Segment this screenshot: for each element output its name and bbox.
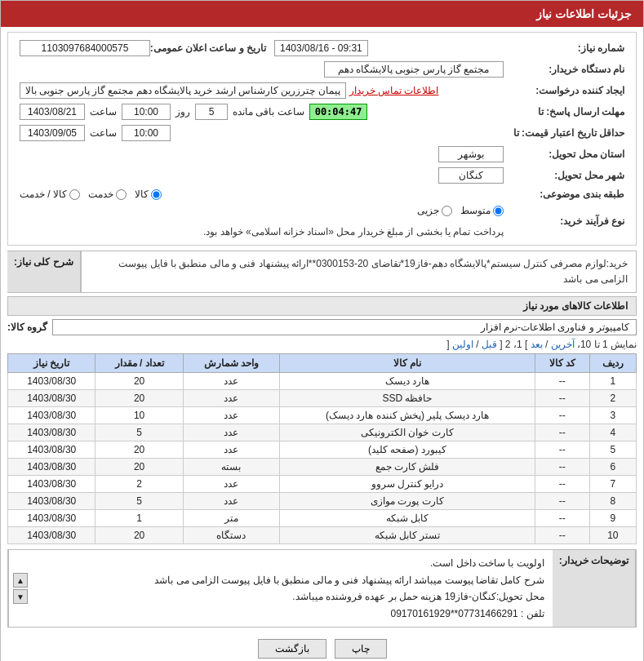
scroll-up-btn[interactable]: ▲ [13,573,28,588]
paging-sep3: / [473,339,479,350]
paging-end: [ [446,339,449,350]
narration-text: خرید:لوازم مصرفی کنترل سیستم*پالایشگاه د… [81,251,637,293]
notes-label: توضیحات خریدار: [553,550,636,627]
col-vahed: واحد شمارش [183,354,279,373]
cell-tarikh: 1403/08/30 [8,476,95,493]
cell-radif: 2 [589,390,636,407]
cell-vahed: متر [183,510,279,527]
tabaqe-radio-group: کالا / خدمت خدمت کالا [20,189,504,200]
tabaqe-kala-khidmat-label: کالا / خدمت [20,189,67,200]
paging-sep1: / [543,339,549,350]
cell-code: -- [535,373,590,390]
group-value: کامپیوتر و فناوری اطلاعات-نرم افزار [52,319,637,335]
tarikh-rooz-label: روز [175,106,190,118]
cell-tedad: 20 [95,390,183,407]
row-shahr: شهر محل تحویل: کنگان [15,165,629,186]
col-tedad: تعداد / مقدار [95,354,183,373]
shahr-value: کنگان [15,165,509,186]
cell-name: تستر کابل شبکه [279,527,535,544]
paging-sep2: ] 1، 2 [ [497,339,527,350]
cell-radif: 5 [589,441,636,459]
row-dastgah: نام دستگاه خریدار: مجتمع گاز پارس جنوبی … [15,59,629,80]
dastgah-value: مجتمع گاز پارس جنوبی پالایشگاه دهم [15,59,509,80]
col-name: نام کالا [279,354,535,373]
items-section-title: اطلاعات کالاهای مورد نیاز [7,296,637,316]
tabaqe-khidmat-label: خدمت [88,189,113,200]
cell-code: -- [535,510,590,527]
cell-vahed: عدد [183,373,279,390]
tarikh-date: 1403/08/21 [20,104,85,120]
paging-last[interactable]: آخرین [551,339,575,350]
cell-radif: 9 [589,510,636,527]
cell-tedad: 5 [95,424,183,441]
cell-tedad: 2 [95,476,183,493]
tabaqe-kala-khidmat-radio[interactable] [69,189,80,200]
cell-vahed: عدد [183,390,279,407]
cell-radif: 3 [589,407,636,424]
cell-name: کیبورد (صفحه کلید) [279,441,535,459]
tarikh-rooz: 5 [195,104,228,120]
paging-next[interactable]: بعد [531,339,543,350]
table-row: 6--فلش کارت جمعبسته201403/08/30 [8,459,637,476]
process-motavaset-radio[interactable] [493,206,504,216]
process-motavaset: متوسط [460,205,504,216]
deadline-label: حداقل تاریخ اعتبار قیمت: تا [509,122,629,144]
back-button[interactable]: بازگشت [258,639,326,659]
col-radif: ردیف [589,354,636,373]
cell-tarikh: 1403/08/30 [8,493,95,510]
tabaqe-value: کالا / خدمت خدمت کالا [15,186,509,202]
tabaqe-kala-radio[interactable] [151,189,162,200]
notes-box: ▲ ▼ اولویت با ساخت داخل است.شرح کامل تقا… [7,549,637,628]
info-section: شماره نیاز: 1103097684000575 تاریخ و ساع… [7,32,637,246]
narration-label: شرح کلی نیاز: [7,251,81,293]
shomara-input: 1103097684000575 [20,40,150,56]
cell-code: -- [535,390,590,407]
cell-vahed: عدد [183,441,279,459]
tabaqe-kala-label: کالا [135,189,149,200]
row-tarikh: مهلت ارسال پاسخ: تا 1403/08/21 ساعت 10:0… [15,101,629,122]
table-row: 5--کیبورد (صفحه کلید)عدد201403/08/30 [8,441,637,459]
tabaqe-kala-khidmat: کالا / خدمت [20,189,80,200]
table-row: 4--کارت خوان الکترونیکیعدد51403/08/30 [8,424,637,441]
cell-radif: 10 [589,527,636,544]
process-jozi-radio[interactable] [442,206,452,216]
scroll-down-btn[interactable]: ▼ [13,589,28,604]
info-grid: شماره نیاز: 1103097684000575 تاریخ و ساع… [15,38,629,240]
cell-vahed: عدد [183,476,279,493]
cell-vahed: دستگاه [183,527,279,544]
paging-text: نمایش 1 تا 10، [575,339,637,350]
cell-name: کارت خوان الکترونیکی [279,424,535,441]
creator-input: پیمان چترزرین کارشناس ارشد خرید پالایشگا… [20,82,346,99]
paging-bar: نمایش 1 تا 10، آخرین / بعد ] 1، 2 [ قبل … [7,339,637,350]
cell-vahed: عدد [183,407,279,424]
tabaqe-kala: کالا [135,189,162,200]
process-label: نوع فرآیند خرید: [509,202,629,240]
tabaqe-label: طبقه بندی موضوعی: [509,186,629,202]
process-value: جزیی متوسط پرداخت تمام یا بخشی از مبلغ خ… [15,202,509,240]
note-line: تلفن : 07731466291**09170161929 [40,606,544,622]
tabaqe-khidmat-radio[interactable] [116,189,127,200]
cell-name: کارت پورت موازی [279,493,535,510]
table-row: 1--هارد دیسکعدد201403/08/30 [8,373,637,390]
note-line: اولویت با ساخت داخل است. [40,555,544,571]
cell-tedad: 20 [95,459,183,476]
cell-tedad: 20 [95,373,183,390]
paging-prev[interactable]: قبل [482,339,497,350]
cell-tedad: 5 [95,493,183,510]
row-ostan: استان محل تحویل: بوشهر [15,144,629,165]
tarikh-value: 1403/08/21 ساعت 10:00 روز 5 ساعت باقی ما… [15,101,509,122]
deadline-saat-label: ساعت [90,127,117,139]
cell-tarikh: 1403/08/30 [8,373,95,390]
creator-link[interactable]: اطلاعات تماس خریدار [349,85,439,96]
tarikh-timer: 00:04:47 [309,104,368,120]
process-jozi: جزیی [417,205,452,216]
announce-label: تاریخ و ساعت اعلان عمومی: [181,40,271,56]
cell-code: -- [535,459,590,476]
paging-first[interactable]: اولین [452,339,473,350]
cell-vahed: بسته [183,459,279,476]
cell-name: هارد دیسک پلیر (پخش کننده هارد دیسک) [279,407,535,424]
process-note: پرداخت تمام یا بخشی از مبلغ خریدار محل «… [203,226,504,237]
row-tabaqe: طبقه بندی موضوعی: کالا / خدمت خدمت کالا [15,186,629,202]
print-button[interactable]: چاپ [335,639,387,659]
scroll-arrows: ▲ ▼ [8,550,32,627]
